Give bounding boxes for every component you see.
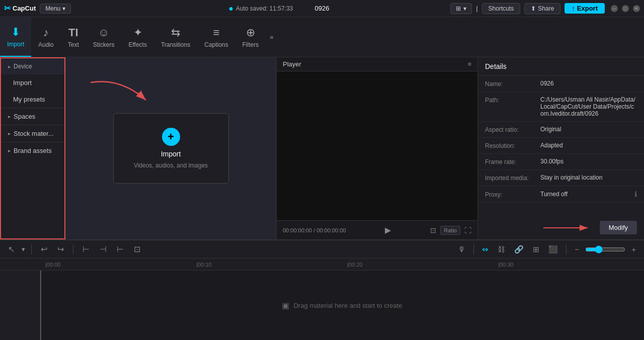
player-menu-icon[interactable]: ≡ [467, 60, 471, 68]
filters-label: Filters [243, 41, 259, 48]
sidebar-item-stock-material[interactable]: ▸ Stock mater... [1, 125, 64, 142]
details-title: Details [485, 62, 507, 70]
trim-start-button[interactable]: ⊣ [97, 243, 110, 255]
layout-icon: ⊞ [456, 5, 461, 12]
player-controls: 00:00:00:00 / 00:00:00:00 ▶ ⊡ Ratio ⛶ [277, 220, 477, 239]
align-button[interactable]: ⊞ [530, 243, 542, 256]
toolbar-audio[interactable]: ♪ Audio [31, 17, 61, 57]
toolbar-separator-2 [73, 244, 73, 254]
details-label-imported-media: Imported media: [485, 174, 540, 182]
import-icon: ⬇ [11, 26, 20, 39]
sidebar-item-brand-assets[interactable]: ▸ Brand assets [1, 142, 64, 159]
details-value-path: C:/Users/Usman Ali Nasir/AppData/Local/C… [540, 96, 637, 117]
player-title: Player [283, 60, 301, 68]
main-area: ▸ Device Import My presets ▸ Spaces ▸ St… [0, 57, 644, 239]
drag-hint: ▣ Drag material here and start to create [282, 301, 402, 310]
toolbar-filters[interactable]: ⊕ Filters [235, 17, 266, 57]
export-icon: ↑ [572, 5, 575, 12]
export-button[interactable]: ↑ Export [565, 3, 605, 14]
zoom-out-button[interactable]: − [572, 243, 582, 256]
shortcuts-button[interactable]: Shortcuts [482, 3, 521, 14]
stickers-icon: ☺ [98, 26, 109, 39]
import-sidebar-label: Import [13, 79, 32, 87]
chain-button[interactable]: 🔗 [511, 243, 527, 256]
import-drop-zone[interactable]: + Import Videos, audios, and images [113, 113, 229, 184]
details-value-proxy: Turned off [540, 191, 632, 198]
brand-label: Brand assets [14, 147, 52, 154]
split-button[interactable]: ⊢ [79, 243, 93, 255]
crop-button[interactable]: ⊡ [131, 243, 143, 255]
details-value-aspect: Original [540, 126, 637, 133]
mic-button[interactable]: 🎙 [455, 243, 468, 256]
ruler-mark-3: |00:30 [498, 262, 513, 268]
sidebar-item-import[interactable]: Import [1, 74, 64, 91]
share-label: Share [538, 5, 554, 12]
details-value-imported-media: Stay in original location [540, 174, 637, 181]
sidebar-item-my-presets[interactable]: My presets [1, 91, 64, 108]
modify-button[interactable]: Modify [600, 221, 637, 234]
stock-arrow-icon: ▸ [8, 131, 11, 136]
import-label: Import [7, 41, 24, 48]
share-button[interactable]: ⬆ Share [524, 3, 560, 14]
drag-hint-text: Drag material here and start to create [293, 302, 402, 309]
sidebar-item-device[interactable]: ▸ Device [1, 58, 64, 74]
timeline-right-tools: 🎙 ⇔ ⛓ 🔗 ⊞ ⬛ − + [455, 243, 639, 256]
captions-label: Captions [204, 41, 228, 48]
toolbar-separator-4 [566, 244, 567, 254]
close-button[interactable]: ✕ [633, 5, 640, 12]
proxy-info-icon[interactable]: ℹ [634, 190, 637, 198]
timeline-toolbar: ↖ ▾ ↩ ↪ ⊢ ⊣ ⊢ ⊡ 🎙 ⇔ ⛓ 🔗 ⊞ ⬛ − + [0, 240, 644, 259]
details-value-resolution: Adapted [540, 142, 637, 149]
magnet-button[interactable]: ⇔ [479, 243, 492, 256]
toolbar-import[interactable]: ⬇ Import [0, 17, 31, 57]
toolbar: ⬇ Import ♪ Audio TI Text ☺ Stickers ✦ Ef… [0, 17, 644, 57]
select-tool-button[interactable]: ↖ [5, 243, 18, 255]
layout-button[interactable]: ⊞ ▾ [450, 3, 472, 14]
details-row-framerate: Frame rate: 30.00fps [478, 154, 644, 170]
toolbar-stickers[interactable]: ☺ Stickers [86, 17, 122, 57]
autosave-status: ● Auto saved: 11:57:33 [75, 4, 446, 13]
timeline-body: ▣ Drag material here and start to create [0, 271, 644, 340]
transitions-icon: ⇆ [171, 26, 180, 39]
stock-label: Stock mater... [14, 130, 53, 137]
zoom-slider[interactable] [585, 245, 625, 253]
maximize-button[interactable]: □ [622, 5, 629, 12]
details-label-aspect: Aspect ratio: [485, 126, 540, 133]
minimize-button[interactable]: ─ [611, 5, 618, 12]
divider: | [476, 5, 477, 12]
ratio-button[interactable]: Ratio [440, 226, 460, 235]
toolbar-captions[interactable]: ≡ Captions [197, 17, 235, 57]
import-box-sublabel: Videos, audios, and images [134, 162, 208, 169]
more-icon: » [270, 33, 273, 41]
menu-chevron-icon: ▾ [62, 5, 65, 12]
sidebar-item-spaces[interactable]: ▸ Spaces [1, 108, 64, 125]
my-presets-label: My presets [13, 96, 45, 103]
audio-icon: ♪ [43, 26, 49, 39]
toolbar-more-button[interactable]: » [266, 17, 277, 57]
undo-button[interactable]: ↩ [38, 243, 50, 255]
menu-button[interactable]: Menu ▾ [40, 4, 71, 14]
select-chevron-icon[interactable]: ▾ [22, 245, 25, 253]
caption-auto-button[interactable]: ⬛ [545, 243, 561, 256]
redo-button[interactable]: ↪ [54, 243, 67, 255]
details-label-name: Name: [485, 80, 540, 88]
player-time-current: 00:00:00:00 [283, 227, 312, 233]
modify-arrow-annotation [543, 223, 594, 233]
player-header: Player ≡ [277, 57, 477, 71]
toolbar-separator-3 [473, 244, 474, 254]
zoom-in-button[interactable]: + [628, 243, 639, 256]
toolbar-text[interactable]: TI Text [61, 17, 86, 57]
sidebar: ▸ Device Import My presets ▸ Spaces ▸ St… [0, 57, 65, 239]
toolbar-effects[interactable]: ✦ Effects [121, 17, 153, 57]
fullscreen-icon[interactable]: ⛶ [464, 226, 471, 234]
drag-hint-icon: ▣ [282, 301, 289, 310]
fullscreen-fit-icon[interactable]: ⊡ [430, 226, 436, 234]
link-button[interactable]: ⛓ [495, 243, 508, 256]
details-row-resolution: Resolution: Adapted [478, 138, 644, 154]
content-area: + Import Videos, audios, and images [65, 57, 277, 239]
import-arrow-annotation [80, 72, 161, 113]
toolbar-transitions[interactable]: ⇆ Transitions [154, 17, 197, 57]
player-play-button[interactable]: ▶ [385, 225, 391, 235]
details-row-name: Name: 0926 [478, 76, 644, 92]
trim-end-button[interactable]: ⊢ [114, 243, 127, 255]
